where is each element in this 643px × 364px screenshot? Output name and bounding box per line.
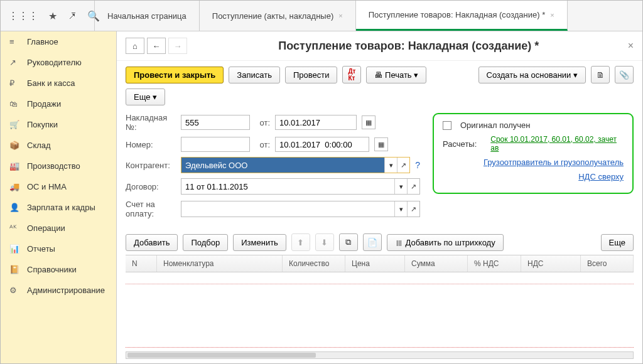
contract-input[interactable] xyxy=(181,179,394,194)
table-body[interactable] xyxy=(126,272,634,348)
tab-invoice-create[interactable]: Поступление товаров: Накладная (создание… xyxy=(356,1,568,31)
open-icon[interactable]: ↗ xyxy=(407,179,419,194)
tab-home[interactable]: Начальная страница xyxy=(95,1,200,31)
nav-assets[interactable]: 🚚ОС и НМА xyxy=(1,176,116,197)
create-based-label: Создать на основании xyxy=(487,70,571,80)
nav-sidebar: ≡Главное ↗Руководителю ₽Банк и касса 🛍Пр… xyxy=(1,31,117,363)
scroll-thumb[interactable] xyxy=(127,353,316,358)
menu-icon: ≡ xyxy=(9,37,19,46)
paste-icon[interactable]: 📄 xyxy=(363,233,382,251)
nav-admin[interactable]: ⚙Администрирование xyxy=(1,280,116,301)
bill-select[interactable]: ▾ ↗ xyxy=(181,201,420,217)
add-button[interactable]: Добавить xyxy=(126,234,178,251)
topbar-tools: ⋮⋮⋮ ★ ⭷ 🔍 xyxy=(1,1,95,31)
attach-icon[interactable]: 📎 xyxy=(615,66,634,83)
invoice-date-input[interactable] xyxy=(275,115,357,130)
nav-hr[interactable]: 👤Зарплата и кадры xyxy=(1,197,116,218)
move-up-icon[interactable]: ⬆ xyxy=(291,233,310,251)
create-based-button[interactable]: Создать на основании ▾ xyxy=(478,67,586,83)
bill-input[interactable] xyxy=(181,201,394,217)
row-contract: Договор: ▾ ↗ xyxy=(126,178,420,195)
th-n[interactable]: N xyxy=(126,255,157,272)
apps-icon[interactable]: ⋮⋮⋮ xyxy=(8,10,38,22)
nav-label: Продажи xyxy=(27,99,61,109)
forward-icon[interactable]: → xyxy=(168,38,187,54)
form-area: Накладная №: от: ▦ Номер: от: ▦ Контраге… xyxy=(117,110,642,230)
tab-label: Поступление (акты, накладные) xyxy=(212,11,333,21)
number-input[interactable] xyxy=(181,137,250,152)
th-price[interactable]: Цена xyxy=(345,255,405,272)
tab-receipts[interactable]: Поступление (акты, накладные)× xyxy=(200,1,356,31)
dropdown-icon[interactable]: ▾ xyxy=(394,179,407,194)
nav-sales[interactable]: 🛍Продажи xyxy=(1,94,116,114)
nav-label: Справочники xyxy=(27,265,77,274)
th-nomenclature[interactable]: Номенклатура xyxy=(157,255,283,272)
nav-purchases[interactable]: 🛒Покупки xyxy=(1,114,116,135)
invoice-no-label: Накладная №: xyxy=(126,113,176,132)
vat-link[interactable]: НДС сверху xyxy=(578,172,624,181)
star-icon[interactable]: ★ xyxy=(48,10,57,22)
nav-production[interactable]: 🏭Производство xyxy=(1,156,116,176)
save-button[interactable]: Записать xyxy=(229,67,280,83)
h-scrollbar[interactable] xyxy=(126,351,634,359)
th-total[interactable]: Всего xyxy=(581,255,634,272)
th-qty[interactable]: Количество xyxy=(283,255,345,272)
nav-warehouse[interactable]: 📦Склад xyxy=(1,135,116,156)
table-more-button[interactable]: Еще xyxy=(601,234,634,251)
nav-main[interactable]: ≡Главное xyxy=(1,31,116,52)
nav-label: Отчеты xyxy=(27,244,55,254)
open-icon[interactable]: ↗ xyxy=(407,201,419,217)
help-icon[interactable]: ? xyxy=(415,160,420,170)
doc-date-input[interactable] xyxy=(275,137,369,152)
row-original: Оригинал получен xyxy=(443,120,624,130)
back-icon[interactable]: ← xyxy=(147,38,166,54)
person-icon: 👤 xyxy=(9,203,19,212)
barcode-button[interactable]: ⫼ Добавить по штрихкоду xyxy=(387,234,504,251)
nav-reports[interactable]: 📊Отчеты xyxy=(1,238,116,259)
pick-button[interactable]: Подбор xyxy=(183,234,228,251)
counterparty-select[interactable]: ▾ ↗ xyxy=(181,157,410,173)
shipper-link[interactable]: Грузоотправитель и грузополучатель xyxy=(484,158,624,167)
nav-label: Руководителю xyxy=(27,58,82,67)
history-icon[interactable]: ⭷ xyxy=(67,10,77,21)
more-button[interactable]: Еще ▾ xyxy=(126,88,165,105)
nav-operations[interactable]: ᴬᴷОперации xyxy=(1,218,116,238)
contract-select[interactable]: ▾ ↗ xyxy=(181,178,420,195)
doc-icon[interactable]: 🗎 xyxy=(591,66,610,83)
th-vat[interactable]: НДС xyxy=(521,255,581,272)
dropdown-icon[interactable]: ▾ xyxy=(394,201,407,217)
chart-icon: ↗ xyxy=(9,58,19,67)
move-down-icon[interactable]: ⬇ xyxy=(315,233,334,251)
th-sum[interactable]: Сумма xyxy=(405,255,468,272)
counterparty-label: Контрагент: xyxy=(126,161,176,170)
close-icon[interactable]: × xyxy=(550,11,554,19)
nav-manager[interactable]: ↗Руководителю xyxy=(1,52,116,73)
print-button[interactable]: 🖶 Печать ▾ xyxy=(366,67,426,83)
copy-icon[interactable]: ⧉ xyxy=(339,233,358,251)
book-icon: 📔 xyxy=(9,265,19,274)
close-icon[interactable]: × xyxy=(338,12,342,19)
calendar-icon[interactable]: ▦ xyxy=(374,137,388,151)
row-vat: НДС сверху xyxy=(443,172,624,181)
close-icon[interactable]: × xyxy=(628,40,634,51)
open-icon[interactable]: ↗ xyxy=(397,158,409,173)
gear-icon: ⚙ xyxy=(9,286,19,295)
home-icon[interactable]: ⌂ xyxy=(126,38,144,54)
tab-label: Начальная страница xyxy=(107,11,186,21)
counterparty-input[interactable] xyxy=(181,158,384,173)
invoice-no-input[interactable] xyxy=(181,115,250,130)
original-checkbox[interactable] xyxy=(443,121,451,130)
post-close-button[interactable]: Провести и закрыть xyxy=(126,67,224,83)
barchart-icon: 📊 xyxy=(9,244,19,254)
nav-catalogs[interactable]: 📔Справочники xyxy=(1,259,116,280)
calendar-icon[interactable]: ▦ xyxy=(362,115,376,129)
post-button[interactable]: Провести xyxy=(285,67,338,83)
dtkt-icon[interactable]: ДтКт xyxy=(342,66,361,83)
calc-link[interactable]: Срок 10.01.2017, 60.01, 60.02, зачет ав xyxy=(490,135,624,153)
th-vatpct[interactable]: % НДС xyxy=(468,255,521,272)
form-left: Накладная №: от: ▦ Номер: от: ▦ Контраге… xyxy=(126,113,420,223)
dropdown-icon[interactable]: ▾ xyxy=(384,158,397,173)
barcode-label: Добавить по штрихкоду xyxy=(406,238,495,247)
nav-bank[interactable]: ₽Банк и касса xyxy=(1,73,116,94)
edit-button[interactable]: Изменить xyxy=(233,234,286,251)
